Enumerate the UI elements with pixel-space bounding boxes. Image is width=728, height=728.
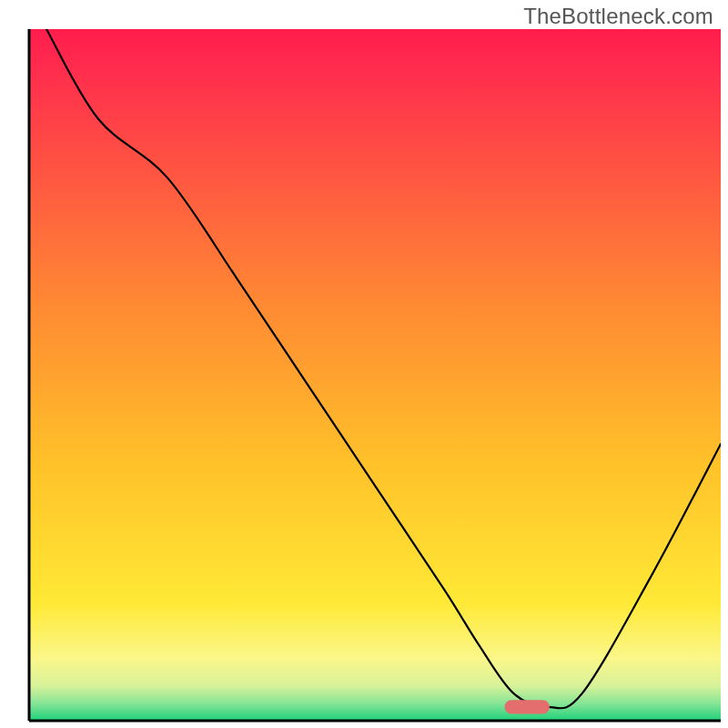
gradient-background — [29, 29, 721, 721]
bottleneck-chart: TheBottleneck.com — [0, 0, 728, 728]
chart-svg — [0, 0, 728, 728]
optimal-zone-marker — [505, 700, 550, 713]
plot-area — [29, 29, 721, 721]
watermark-text: TheBottleneck.com — [523, 4, 713, 29]
